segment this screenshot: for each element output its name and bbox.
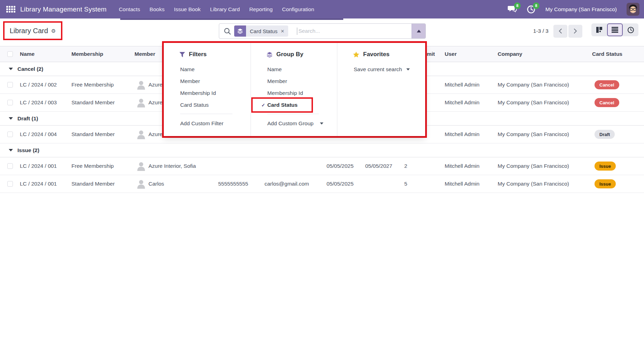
column-header-member[interactable]: Member bbox=[135, 46, 155, 62]
search-dropdown-toggle[interactable] bbox=[412, 24, 426, 38]
add-custom-filter[interactable]: Add Custom Filter bbox=[164, 117, 251, 130]
app-title[interactable]: Library Management System bbox=[20, 6, 107, 13]
search-bar[interactable]: Card Status ✕ bbox=[219, 23, 426, 39]
row-checkbox[interactable] bbox=[7, 82, 13, 88]
cell-member: Azure bbox=[137, 126, 163, 143]
filter-option-card-status[interactable]: Card Status bbox=[164, 99, 251, 111]
facet-label: Card Status bbox=[246, 28, 281, 34]
gear-icon[interactable]: ⚙ bbox=[51, 28, 56, 33]
chevron-right-icon bbox=[573, 28, 577, 34]
caret-up-icon bbox=[417, 30, 421, 32]
groupby-facet-chip[interactable]: Card Status ✕ bbox=[234, 25, 288, 37]
favorites-section: Favorites Save current search bbox=[337, 43, 425, 136]
view-activity-button[interactable] bbox=[623, 23, 638, 36]
cell-user: Mitchell Admin bbox=[445, 126, 480, 143]
status-badge: Issue bbox=[595, 179, 616, 188]
person-icon bbox=[137, 130, 145, 139]
cell-name: LC / 2024 / 002 bbox=[20, 76, 57, 93]
cell-issue-date: 05/05/2025 bbox=[327, 175, 354, 193]
save-current-search[interactable]: Save current search bbox=[337, 63, 425, 75]
row-checkbox[interactable] bbox=[7, 132, 13, 137]
messages-button[interactable]: 8 bbox=[508, 5, 517, 14]
menu-item-reporting[interactable]: Reporting bbox=[249, 6, 273, 13]
apps-menu-icon[interactable] bbox=[6, 6, 15, 13]
person-icon bbox=[137, 80, 145, 90]
cell-phone: 5555555555 bbox=[218, 175, 248, 193]
filters-section: Filters Name Member Membership Id Card S… bbox=[164, 43, 251, 136]
table-row[interactable]: LC / 2024 / 001 Free Membership Azure In… bbox=[0, 157, 644, 175]
filter-option-name[interactable]: Name bbox=[164, 63, 251, 75]
cell-membership: Free Membership bbox=[71, 76, 114, 93]
group-row-issue[interactable]: Issue (2) bbox=[0, 143, 644, 157]
menu-item-issue-book[interactable]: Issue Book bbox=[174, 6, 201, 13]
menu-item-contacts[interactable]: Contacts bbox=[119, 6, 140, 13]
cell-company: My Company (San Francisco) bbox=[498, 76, 569, 93]
view-switcher bbox=[591, 23, 638, 36]
menu-item-books[interactable]: Books bbox=[150, 6, 164, 13]
cell-name: LC / 2024 / 001 bbox=[20, 175, 57, 193]
groupby-option-card-status-selected[interactable]: ✓ Card Status bbox=[251, 99, 337, 111]
table-row[interactable]: LC / 2024 / 001 Standard Member Carlos 5… bbox=[0, 175, 644, 193]
cell-membership: Standard Member bbox=[71, 94, 115, 111]
pager: 1-3 / 3 bbox=[533, 23, 582, 39]
cell-user: Mitchell Admin bbox=[445, 94, 480, 111]
column-header-company[interactable]: Company bbox=[498, 46, 522, 62]
filter-option-membership-id[interactable]: Membership Id bbox=[164, 87, 251, 99]
column-header-user[interactable]: User bbox=[445, 46, 457, 62]
facet-remove-icon[interactable]: ✕ bbox=[281, 29, 288, 34]
cell-user: Mitchell Admin bbox=[445, 157, 480, 175]
cell-member: Azure bbox=[137, 76, 163, 93]
star-icon bbox=[353, 52, 359, 58]
person-icon bbox=[137, 98, 145, 107]
activity-clock-icon bbox=[627, 27, 634, 33]
person-icon bbox=[137, 162, 145, 171]
page-title: Library Card bbox=[10, 27, 48, 35]
view-kanban-button[interactable] bbox=[591, 23, 607, 36]
pager-next-button[interactable] bbox=[568, 25, 582, 38]
row-checkbox[interactable] bbox=[7, 100, 13, 105]
kanban-icon bbox=[596, 27, 603, 33]
column-header-card-status[interactable]: Card Status bbox=[592, 46, 622, 62]
filter-option-member[interactable]: Member bbox=[164, 75, 251, 87]
cell-member: Azure Interior, Sofia bbox=[137, 157, 196, 175]
search-dropdown-highlight-box: Filters Name Member Membership Id Card S… bbox=[162, 41, 427, 138]
activities-button[interactable]: 8 bbox=[527, 5, 536, 14]
groupby-option-membership-id[interactable]: Membership Id bbox=[251, 87, 337, 99]
groupby-option-member[interactable]: Member bbox=[251, 75, 337, 87]
cell-member: Carlos bbox=[137, 175, 164, 193]
menu-item-library-card[interactable]: Library Card bbox=[210, 6, 240, 13]
company-switcher[interactable]: My Company (San Francisco) bbox=[545, 6, 617, 13]
main-menu: Contacts Books Issue Book Library Card R… bbox=[119, 6, 314, 13]
menu-item-configuration[interactable]: Configuration bbox=[282, 6, 314, 13]
cell-company: My Company (San Francisco) bbox=[498, 157, 569, 175]
column-header-membership[interactable]: Membership bbox=[71, 46, 103, 62]
groupby-option-name[interactable]: Name bbox=[251, 63, 337, 75]
cell-user: Mitchell Admin bbox=[445, 76, 480, 93]
add-custom-group[interactable]: Add Custom Group bbox=[251, 117, 337, 130]
search-input[interactable] bbox=[298, 28, 412, 34]
row-checkbox[interactable] bbox=[7, 163, 13, 169]
text-cursor bbox=[297, 28, 297, 35]
group-collapse-caret-icon bbox=[9, 117, 13, 120]
cell-membership: Standard Member bbox=[71, 175, 115, 193]
cell-membership: Free Membership bbox=[71, 157, 114, 175]
cell-limit: 2 bbox=[404, 157, 407, 175]
user-avatar[interactable] bbox=[627, 3, 639, 16]
person-icon bbox=[137, 179, 145, 189]
cell-company: My Company (San Francisco) bbox=[498, 94, 569, 111]
status-badge: Draft bbox=[595, 130, 615, 139]
cell-issue-date: 05/05/2025 bbox=[327, 157, 354, 175]
layers-icon bbox=[234, 25, 246, 37]
groupby-title: Group By bbox=[276, 51, 303, 58]
column-header-name[interactable]: Name bbox=[20, 46, 34, 62]
caret-down-icon bbox=[406, 68, 410, 70]
row-checkbox[interactable] bbox=[7, 181, 13, 187]
pager-prev-button[interactable] bbox=[553, 25, 567, 38]
select-all-checkbox[interactable] bbox=[7, 51, 13, 57]
status-badge: Cancel bbox=[595, 98, 619, 107]
view-list-button[interactable] bbox=[607, 23, 623, 36]
divider bbox=[180, 114, 232, 114]
divider bbox=[267, 114, 319, 114]
cell-company: My Company (San Francisco) bbox=[498, 175, 569, 193]
messages-badge: 8 bbox=[514, 2, 521, 9]
